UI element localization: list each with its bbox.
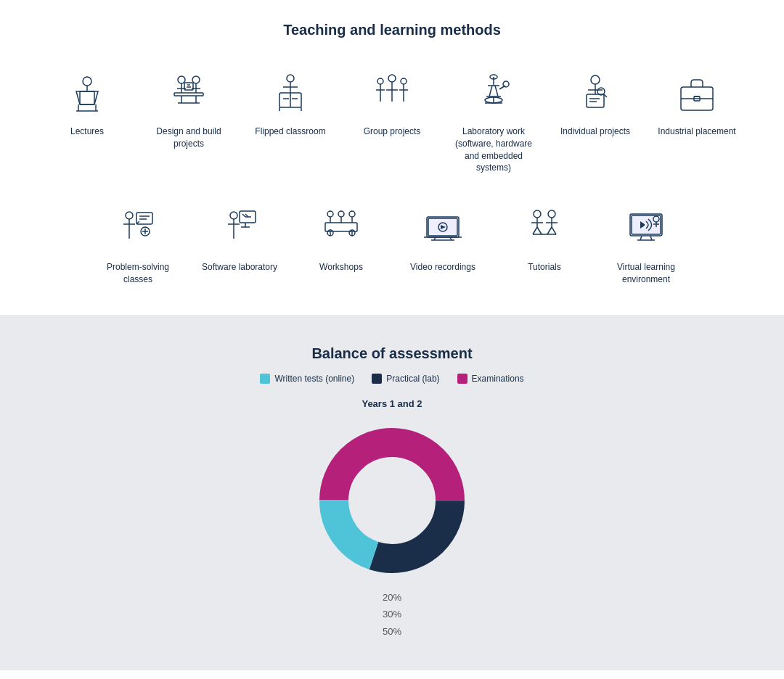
method-individual: Individual projects — [544, 60, 646, 181]
method-group: Group projects — [341, 60, 443, 181]
balance-section: Balance of assessment Written tests (onl… — [0, 324, 784, 662]
svg-point-7 — [178, 76, 185, 83]
individual-icon — [570, 67, 621, 118]
teaching-methods-grid: Lectures — [29, 60, 755, 293]
assessment-section: Assessment methods Coursework — [0, 670, 784, 679]
svg-rect-55 — [587, 94, 604, 107]
legend-label-practical: Practical (lab) — [386, 374, 439, 384]
svg-line-111 — [537, 227, 542, 234]
lectures-label: Lectures — [70, 125, 104, 138]
balance-title: Balance of assessment — [29, 345, 755, 362]
legend-practical: Practical (lab) — [372, 374, 439, 384]
workshops-icon — [316, 203, 367, 254]
svg-point-104 — [534, 210, 541, 218]
svg-point-2 — [83, 77, 91, 86]
design-build-label: Design and build projects — [145, 125, 232, 150]
balance-legend: Written tests (online) Practical (lab) E… — [29, 374, 755, 384]
chart-container: Years 1 and 2 20% 30% 50% — [29, 398, 755, 640]
method-design-build: Design and build projects — [138, 60, 240, 181]
svg-point-30 — [377, 78, 383, 84]
svg-line-82 — [242, 214, 245, 217]
lab-label: Laboratory work (software, hardware and … — [450, 125, 537, 174]
workshops-label: Workshops — [319, 261, 363, 273]
tutorials-label: Tutorials — [528, 261, 561, 273]
percent-exams: 50% — [383, 623, 401, 640]
method-workshops: Workshops — [290, 196, 392, 293]
percent-labels: 20% 30% 50% — [383, 589, 401, 640]
software-lab-icon — [214, 203, 265, 254]
industrial-label: Industrial placement — [658, 125, 735, 138]
svg-line-45 — [495, 86, 498, 96]
svg-line-112 — [547, 227, 552, 234]
svg-point-85 — [327, 211, 333, 217]
virtual-label: Virtual learning environment — [603, 261, 690, 286]
flipped-icon — [265, 67, 316, 118]
video-label: Video recordings — [410, 261, 475, 273]
svg-point-31 — [401, 78, 407, 84]
method-virtual: Virtual learning environment — [595, 196, 697, 293]
method-flipped: Flipped classroom — [240, 60, 341, 181]
teaching-section: Teaching and learning methods Lectures — [0, 0, 784, 315]
group-label: Group projects — [364, 125, 421, 138]
svg-point-51 — [503, 81, 509, 87]
svg-point-52 — [591, 75, 600, 84]
method-problem-solving: Problem-solving classes — [87, 196, 189, 293]
problem-solving-label: Problem-solving classes — [94, 261, 181, 286]
group-icon — [367, 67, 417, 118]
video-icon — [417, 203, 468, 254]
legend-exams: Examinations — [457, 374, 524, 384]
software-lab-label: Software laboratory — [202, 261, 277, 273]
legend-dot-exams — [457, 374, 467, 384]
method-lectures: Lectures — [36, 60, 138, 181]
donut-svg — [312, 421, 472, 580]
svg-point-127 — [353, 461, 431, 540]
method-tutorials: Tutorials — [494, 196, 595, 293]
virtual-icon — [621, 203, 671, 254]
svg-point-20 — [287, 75, 294, 82]
svg-rect-0 — [80, 91, 94, 104]
method-industrial: Industrial placement — [646, 60, 748, 181]
svg-point-105 — [548, 210, 555, 218]
design-build-icon — [163, 67, 214, 118]
svg-line-110 — [533, 227, 537, 234]
legend-written: Written tests (online) — [260, 374, 354, 384]
svg-line-117 — [640, 236, 642, 240]
industrial-icon — [671, 67, 722, 118]
problem-solving-icon — [113, 203, 163, 254]
legend-label-exams: Examinations — [472, 374, 524, 384]
legend-dot-practical — [372, 374, 382, 384]
donut-chart — [312, 421, 472, 580]
svg-point-8 — [192, 76, 200, 83]
chart-subtitle: Years 1 and 2 — [362, 398, 422, 409]
svg-line-118 — [650, 236, 652, 240]
flipped-label: Flipped classroom — [255, 125, 325, 138]
percent-practical: 30% — [383, 606, 401, 622]
individual-label: Individual projects — [560, 125, 630, 138]
method-video: Video recordings — [392, 196, 494, 293]
svg-point-87 — [349, 211, 355, 217]
svg-point-86 — [338, 211, 344, 217]
teaching-title: Teaching and learning methods — [29, 22, 755, 38]
method-lab-work: Laboratory work (software, hardware and … — [443, 60, 544, 181]
percent-written: 20% — [383, 589, 401, 606]
lab-icon — [468, 67, 519, 118]
svg-point-75 — [230, 212, 237, 219]
tutorials-icon — [519, 203, 570, 254]
lectures-icon — [62, 67, 113, 118]
legend-dot-written — [260, 374, 270, 384]
svg-point-29 — [388, 75, 396, 82]
svg-line-44 — [489, 86, 492, 96]
svg-point-64 — [126, 212, 133, 219]
svg-rect-13 — [174, 93, 203, 96]
svg-line-113 — [552, 227, 556, 234]
method-software-lab: Software laboratory — [189, 196, 290, 293]
legend-label-written: Written tests (online) — [274, 374, 354, 384]
